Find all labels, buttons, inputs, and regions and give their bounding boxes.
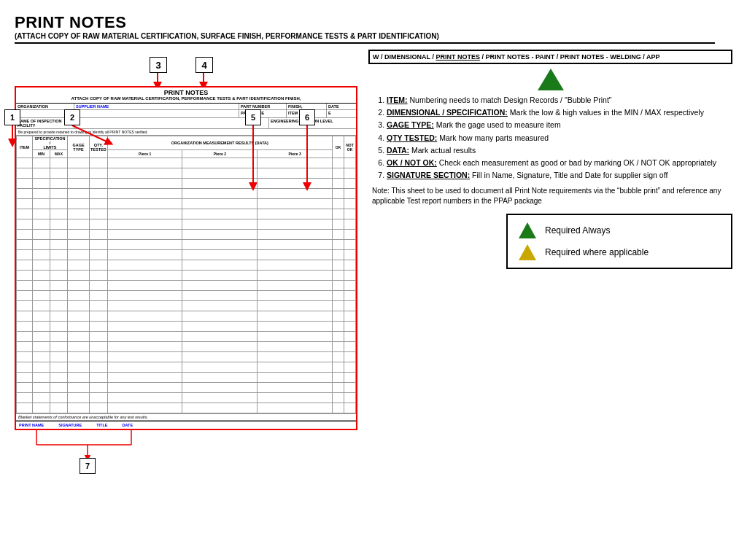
header: PRINT NOTES (ATTACH COPY OF RAW MATERIAL… xyxy=(15,13,732,44)
instruction-4-text: Mark how many parts measured xyxy=(439,133,549,142)
th-ok: OK xyxy=(333,136,344,158)
data-rows xyxy=(17,158,356,413)
instruction-2-text: Mark the low & high values in the MIN / … xyxy=(510,108,704,117)
main-content: 3 4 xyxy=(15,50,732,467)
tab-print-notes-paint[interactable]: PRINT NOTES - PAINT xyxy=(485,53,554,61)
th-item: ITEM xyxy=(17,136,33,158)
legend-label-required-always: Required Always xyxy=(545,225,610,236)
instruction-6: OK / NOT OK: Check each measurement as g… xyxy=(387,158,732,168)
th-piece1: Piece 1 xyxy=(107,150,182,158)
th-results: ORGANIZATION MEASUREMENT RESULTS (DATA) xyxy=(107,136,332,150)
instruction-7: SIGNATURE SECTION: Fill in Name, Signatu… xyxy=(387,170,732,180)
instruction-5-label: DATA: xyxy=(387,146,409,155)
col-header-row-2: MIN MAX Piece 1 Piece 2 Piece 3 xyxy=(17,150,356,158)
th-min: MIN xyxy=(33,150,50,158)
tab-bar[interactable]: W / DIMENSIONAL / PRINT NOTES / PRINT NO… xyxy=(368,50,732,64)
table-row xyxy=(17,250,356,260)
form-title-row: PRINT NOTES ATTACH COPY OF RAW MATERIAL … xyxy=(16,88,356,104)
header-divider xyxy=(15,42,715,44)
note-row: Be prepared to provide retained to drawi… xyxy=(16,129,356,136)
label-2: 2 xyxy=(64,109,80,125)
sig-date: DATE xyxy=(123,423,133,427)
table-row xyxy=(17,362,356,373)
part-number-label: PART NUMBER xyxy=(239,104,287,109)
table-row xyxy=(17,230,356,240)
right-panel: W / DIMENSIONAL / PRINT NOTES / PRINT NO… xyxy=(365,50,732,467)
table-row xyxy=(17,219,356,230)
label-7-area: 7 xyxy=(15,430,357,467)
table-row xyxy=(17,342,356,352)
sig-title: TITLE xyxy=(96,423,107,427)
supplier-name-label: SUPPLIER NAME xyxy=(74,104,239,109)
th-gage: GAGE TYPE xyxy=(68,136,90,158)
table-row xyxy=(17,393,356,403)
th-spec: SPECIFICATION /LIMITS xyxy=(33,136,68,150)
instruction-5-text: Mark actual results xyxy=(411,146,476,155)
th-not-ok: NOT OK xyxy=(344,136,356,158)
table-row xyxy=(17,332,356,342)
table-row xyxy=(17,281,356,291)
instruction-3-label: GAGE TYPE: xyxy=(387,120,434,129)
instruction-5: DATA: Mark actual results xyxy=(387,145,732,155)
tab-w[interactable]: W xyxy=(373,53,379,61)
data-table: ITEM SPECIFICATION /LIMITS GAGE TYPE QTY… xyxy=(16,136,356,413)
legend-item-required-applicable: Required where applicable xyxy=(519,244,720,260)
arrow-yellow-icon xyxy=(519,244,536,260)
table-row xyxy=(17,209,356,219)
table-row xyxy=(17,311,356,322)
sig-signature: SIGNATURE xyxy=(58,423,82,427)
page-subtitle: (ATTACH COPY OF RAW MATERIAL CERTIFICATI… xyxy=(15,32,732,40)
arrow-7-svg xyxy=(15,430,233,467)
arrow-triangle xyxy=(538,69,564,90)
tab-dimensional[interactable]: DIMENSIONAL xyxy=(384,53,432,61)
th-piece3: Piece 3 xyxy=(258,150,333,158)
form-subtitle: ATTACH COPY OF RAW MATERIAL CERTIFICATIO… xyxy=(16,96,356,101)
instruction-7-label: SIGNATURE SECTION: xyxy=(387,171,470,179)
blanket-statement: Blanket statements of conformance are un… xyxy=(16,413,356,421)
form-container: PRINT NOTES ATTACH COPY OF RAW MATERIAL … xyxy=(15,86,357,430)
label-7: 7 xyxy=(80,458,96,474)
table-row xyxy=(17,352,356,362)
instruction-4: QTY TESTED: Mark how many parts measured xyxy=(387,133,732,143)
label-6: 6 xyxy=(299,109,315,125)
green-arrow-indicator xyxy=(368,69,732,90)
label-1: 1 xyxy=(4,109,20,125)
finish-label: FINISH, xyxy=(287,104,327,109)
instruction-7-text: Fill in Name, Signature, Title and Date … xyxy=(472,171,667,179)
table-row xyxy=(17,189,356,199)
era-label: E xyxy=(327,110,356,117)
table-row xyxy=(17,199,356,209)
legend-box: Required Always Required where applicabl… xyxy=(506,214,732,269)
table-row xyxy=(17,373,356,383)
instruction-2: DIMENSIONAL / SPECIFICATION: Mark the lo… xyxy=(387,107,732,117)
org-label: ORGANIZATION xyxy=(16,104,74,109)
instruction-1-text: Numbering needs to match Design Records … xyxy=(410,96,612,104)
instruction-2-label: DIMENSIONAL / SPECIFICATION: xyxy=(387,108,508,117)
instruction-4-label: QTY TESTED: xyxy=(387,133,437,142)
table-row xyxy=(17,322,356,332)
arrow-up-shape xyxy=(538,69,564,90)
form-wrapper: 1 2 5 6 xyxy=(15,86,357,467)
instruction-3: GAGE TYPE: Mark the gage used to measure… xyxy=(387,120,732,130)
instruction-3-text: Mark the gage used to measure item xyxy=(436,120,561,129)
instruction-1: ITEM: Numbering needs to match Design Re… xyxy=(387,95,732,105)
table-row xyxy=(17,240,356,250)
tab-app[interactable]: APP xyxy=(646,53,660,61)
table-row xyxy=(17,260,356,271)
page: PRINT NOTES (ATTACH COPY OF RAW MATERIAL… xyxy=(0,0,747,560)
instructions-section: ITEM: Numbering needs to match Design Re… xyxy=(368,95,732,180)
inspection-value[interactable] xyxy=(74,118,268,128)
supplier-name-value[interactable] xyxy=(74,110,239,117)
th-max: MAX xyxy=(50,150,68,158)
form-title: PRINT NOTES xyxy=(16,89,356,96)
tab-print-notes[interactable]: PRINT NOTES xyxy=(436,53,480,61)
table-row xyxy=(17,271,356,281)
arrows-top xyxy=(15,50,357,86)
instructions-list: ITEM: Numbering needs to match Design Re… xyxy=(372,95,732,180)
table-row xyxy=(17,158,356,168)
note-text: Note: This sheet to be used to document … xyxy=(368,186,732,206)
tab-print-notes-welding[interactable]: PRINT NOTES - WELDING xyxy=(560,53,641,61)
instruction-1-label: ITEM: xyxy=(387,96,408,104)
table-row xyxy=(17,168,356,179)
table-row xyxy=(17,179,356,189)
